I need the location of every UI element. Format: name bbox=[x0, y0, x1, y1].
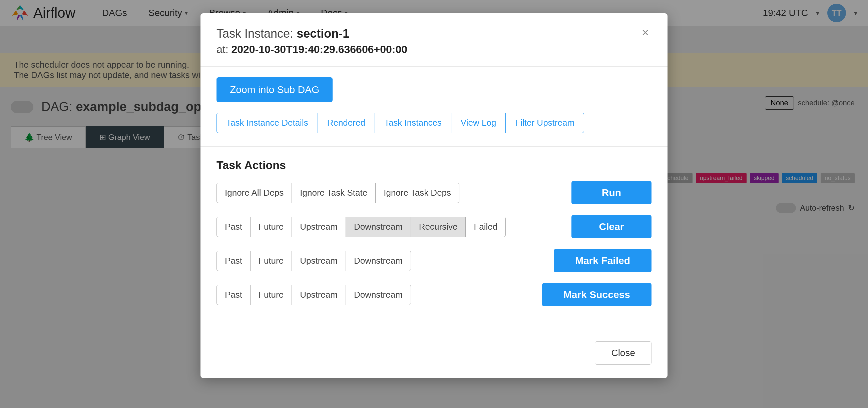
failed-past-check[interactable]: Past bbox=[217, 251, 250, 271]
tab-task-instances[interactable]: Task Instances bbox=[375, 113, 451, 133]
mark-failed-checkboxes: Past Future Upstream Downstream bbox=[217, 251, 411, 271]
tab-task-instance-details[interactable]: Task Instance Details bbox=[217, 113, 318, 133]
clear-downstream-check[interactable]: Downstream bbox=[346, 217, 411, 237]
failed-upstream-check[interactable]: Upstream bbox=[291, 251, 346, 271]
tab-filter-upstream[interactable]: Filter Upstream bbox=[505, 113, 584, 133]
modal-title: Task Instance: section-1 bbox=[217, 27, 407, 41]
title-value: section-1 bbox=[297, 27, 349, 40]
success-downstream-check[interactable]: Downstream bbox=[346, 285, 411, 305]
mark-success-button[interactable]: Mark Success bbox=[542, 283, 651, 306]
failed-future-check[interactable]: Future bbox=[250, 251, 292, 271]
modal-header: Task Instance: section-1 at: 2020-10-30T… bbox=[200, 13, 668, 67]
clear-past-check[interactable]: Past bbox=[217, 217, 250, 237]
clear-checkboxes: Past Future Upstream Downstream Recursiv… bbox=[217, 217, 505, 237]
run-action-group: Ignore All Deps Ignore Task State Ignore… bbox=[217, 181, 651, 204]
failed-downstream-check[interactable]: Downstream bbox=[346, 251, 411, 271]
clear-button[interactable]: Clear bbox=[571, 215, 651, 238]
clear-action-group: Past Future Upstream Downstream Recursiv… bbox=[217, 215, 651, 238]
subtitle-value: 2020-10-30T19:40:29.636606+00:00 bbox=[231, 43, 407, 55]
section-divider bbox=[200, 146, 668, 147]
clear-recursive-check[interactable]: Recursive bbox=[411, 217, 466, 237]
modal-close-icon[interactable]: × bbox=[639, 27, 651, 39]
modal-subtitle: at: 2020-10-30T19:40:29.636606+00:00 bbox=[217, 43, 407, 56]
modal-title-row: Task Instance: section-1 at: 2020-10-30T… bbox=[217, 27, 651, 56]
run-checkboxes: Ignore All Deps Ignore Task State Ignore… bbox=[217, 183, 459, 203]
success-upstream-check[interactable]: Upstream bbox=[291, 285, 346, 305]
ignore-task-deps-check[interactable]: Ignore Task Deps bbox=[375, 183, 459, 203]
tab-view-log[interactable]: View Log bbox=[451, 113, 506, 133]
title-label: Task Instance: bbox=[217, 27, 293, 40]
modal-body: Zoom into Sub DAG Task Instance Details … bbox=[200, 67, 668, 330]
tab-row: Task Instance Details Rendered Task Inst… bbox=[217, 113, 651, 133]
modal-overlay: Task Instance: section-1 at: 2020-10-30T… bbox=[0, 0, 868, 408]
mark-success-action-group: Past Future Upstream Downstream Mark Suc… bbox=[217, 283, 651, 306]
success-future-check[interactable]: Future bbox=[250, 285, 292, 305]
success-past-check[interactable]: Past bbox=[217, 285, 250, 305]
modal-footer: Close bbox=[200, 333, 668, 378]
subtitle-label: at: bbox=[217, 43, 228, 55]
zoom-sub-dag-button[interactable]: Zoom into Sub DAG bbox=[217, 77, 333, 102]
task-instance-modal: Task Instance: section-1 at: 2020-10-30T… bbox=[200, 13, 668, 378]
mark-failed-action-group: Past Future Upstream Downstream Mark Fai… bbox=[217, 249, 651, 272]
tab-rendered[interactable]: Rendered bbox=[317, 113, 375, 133]
mark-success-checkboxes: Past Future Upstream Downstream bbox=[217, 285, 411, 305]
clear-upstream-check[interactable]: Upstream bbox=[291, 217, 346, 237]
clear-future-check[interactable]: Future bbox=[250, 217, 292, 237]
run-button[interactable]: Run bbox=[571, 181, 651, 204]
mark-failed-button[interactable]: Mark Failed bbox=[554, 249, 651, 272]
clear-failed-check[interactable]: Failed bbox=[465, 217, 506, 237]
task-actions-heading: Task Actions bbox=[217, 159, 651, 172]
close-modal-button[interactable]: Close bbox=[595, 341, 651, 365]
ignore-all-deps-check[interactable]: Ignore All Deps bbox=[217, 183, 292, 203]
modal-titles: Task Instance: section-1 at: 2020-10-30T… bbox=[217, 27, 407, 56]
ignore-task-state-check[interactable]: Ignore Task State bbox=[291, 183, 376, 203]
